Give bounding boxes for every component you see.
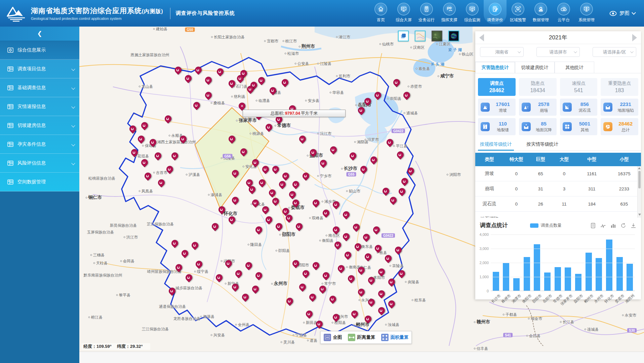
hazard-point-marker[interactable] [286,297,293,307]
bar-chart-icon[interactable] [610,223,616,228]
previous-year-button[interactable] [479,34,484,41]
hazard-point-marker[interactable] [252,285,259,295]
tab-切坡建房统计[interactable]: 切坡建房统计 [515,62,555,73]
hazard-point-marker[interactable] [397,151,404,160]
hazard-point-marker[interactable] [353,223,360,233]
hazard-point-marker[interactable] [364,253,372,262]
hazard-point-marker[interactable] [205,76,212,86]
layers-icon[interactable] [398,31,409,41]
hazard-point-marker[interactable] [378,307,385,316]
hazard-point-marker[interactable] [240,148,247,157]
hazard-point-marker[interactable] [242,293,249,303]
hazard-point-marker[interactable] [354,243,362,252]
scroll-down-icon[interactable] [638,214,641,216]
satellite-thumbnail[interactable] [432,31,442,41]
stat-card-重要隐患点[interactable]: 重要隐患点183 [601,78,638,96]
hazard-point-marker[interactable] [171,240,178,249]
nav-item-数据管理[interactable]: 数据管理 [529,0,552,24]
hazard-point-marker[interactable] [144,172,152,182]
basemap-thumbnail[interactable] [415,31,426,41]
nav-item-调查评价[interactable]: 调查评价 [484,0,507,24]
hazard-point-marker[interactable] [228,216,236,225]
hazard-point-marker[interactable] [272,166,279,175]
hazard-point-marker[interactable] [248,186,256,195]
nav-item-首页[interactable]: 首页 [369,0,392,24]
hazard-point-marker[interactable] [191,242,199,251]
hazard-point-marker[interactable] [312,199,320,209]
hazard-point-marker[interactable] [370,156,377,166]
tab-其他统计[interactable]: 其他统计 [555,62,594,73]
user-menu[interactable]: 梦图 [609,10,635,16]
download-icon[interactable] [631,223,636,228]
hazard-point-marker[interactable] [385,255,392,264]
refresh-icon[interactable] [620,223,626,228]
table-scrollbar[interactable] [637,166,641,218]
hazard-point-marker[interactable] [322,209,330,219]
hazard-point-marker[interactable] [364,98,371,107]
hazard-point-marker[interactable] [292,181,299,190]
hazard-point-marker[interactable] [175,264,183,273]
hazard-point-marker[interactable] [252,199,259,209]
hazard-point-marker[interactable] [247,85,254,95]
hazard-point-marker[interactable] [258,179,266,188]
hazard-point-marker[interactable] [262,166,269,175]
hazard-point-marker[interactable] [193,102,200,111]
hazard-point-marker[interactable] [337,265,345,274]
hazard-point-marker[interactable] [211,223,219,232]
hazard-point-marker[interactable] [195,66,202,76]
hazard-point-marker[interactable] [390,196,397,206]
hazard-point-marker[interactable] [275,116,283,125]
hazard-point-marker[interactable] [265,123,273,133]
hazard-point-marker[interactable] [312,262,320,271]
hazard-point-marker[interactable] [272,197,279,207]
hazard-point-marker[interactable] [275,223,283,232]
hazard-point-marker[interactable] [232,170,239,179]
bar-衡阳市[interactable] [524,257,530,291]
hazard-point-marker[interactable] [393,79,400,88]
hazard-point-marker[interactable] [332,226,340,235]
hazard-point-marker[interactable] [332,314,340,323]
hazard-point-marker[interactable] [358,107,365,116]
region-select-湖南省[interactable]: 湖南省 [480,47,524,57]
sidebar-item-基础调查信息[interactable]: 基础调查信息 [0,78,79,97]
hazard-point-marker[interactable] [395,246,402,256]
hazard-point-marker[interactable] [181,250,189,259]
bar-长沙市[interactable] [493,272,499,291]
hazard-point-marker[interactable] [368,298,375,308]
hazard-point-marker[interactable] [368,277,375,286]
hazard-point-marker[interactable] [179,135,187,145]
hazard-point-marker[interactable] [281,79,289,88]
hazard-point-marker[interactable] [218,206,226,215]
sidebar-item-空间数据管理[interactable]: 空间数据管理 [0,173,79,191]
hazard-point-marker[interactable] [374,245,382,254]
hazard-point-marker[interactable] [154,152,162,161]
hazard-point-marker[interactable] [279,181,286,190]
hazard-point-marker[interactable] [205,92,212,101]
hazard-point-marker[interactable] [185,75,192,84]
hazard-point-marker[interactable] [378,290,385,299]
hazard-point-marker[interactable] [358,266,365,276]
hazard-point-marker[interactable] [401,178,408,187]
tab-灾害隐患统计[interactable]: 灾害隐患统计 [475,62,515,73]
chart-legend[interactable]: 调查点数量 [530,223,562,228]
nav-item-系统管理[interactable]: 系统管理 [575,0,598,24]
bar-张家界市[interactable] [565,267,571,291]
sub-tab-按规模等级统计[interactable]: 按规模等级统计 [480,141,512,150]
hazard-point-marker[interactable] [407,167,414,177]
hazard-point-marker[interactable] [398,270,405,279]
sidebar-item-风险评估信息[interactable]: 风险评估信息 [0,154,79,173]
stat-card-速报点[interactable]: 速报点541 [560,78,598,96]
bar-娄底市[interactable] [616,257,623,291]
hazard-point-marker[interactable] [255,226,263,235]
hazard-point-marker[interactable] [306,310,313,320]
hazard-point-marker[interactable] [255,272,263,281]
hazard-point-marker[interactable] [228,135,236,145]
hazard-point-marker[interactable] [245,262,252,271]
hazard-point-marker[interactable] [309,293,316,303]
hazard-point-marker[interactable] [360,166,367,175]
hazard-point-marker[interactable] [388,278,395,288]
hazard-point-marker[interactable] [228,80,236,89]
hazard-point-marker[interactable] [262,206,269,215]
scroll-up-icon[interactable] [638,167,641,169]
hazard-point-marker[interactable] [216,68,224,77]
